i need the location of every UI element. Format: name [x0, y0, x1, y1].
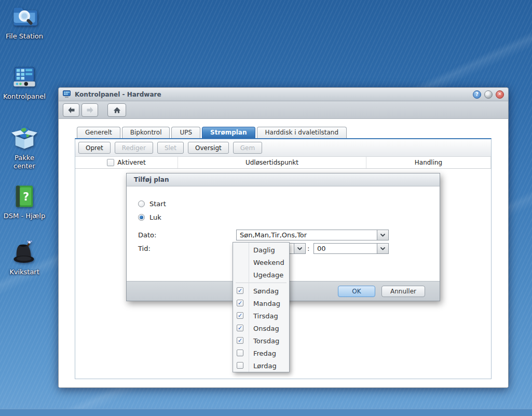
dropdown-option-label: Weekend [253, 259, 284, 266]
dropdown-option-label: Onsdag [253, 325, 279, 332]
radio-label-start: Start [149, 200, 166, 208]
oversigt-button[interactable]: Oversigt [188, 142, 229, 154]
svg-text:?: ? [23, 191, 29, 203]
date-label: Dato: [138, 230, 156, 240]
dropdown-option-label: Fredag [253, 350, 276, 357]
minimize-button[interactable] [484, 90, 493, 99]
window-title: Kontrolpanel - Hardware [75, 91, 473, 98]
taskbar-strip [0, 409, 532, 416]
slet-button[interactable]: Slet [157, 142, 184, 154]
column-header-label: Udløsertidspunkt [245, 159, 298, 166]
desktop-icon-column: File StationKontrolpanelPakke center?DSM… [0, 0, 52, 416]
help-button[interactable]: ? [473, 90, 481, 99]
desktop-icon-control-panel[interactable]: Kontrolpanel [0, 63, 49, 101]
minute-select-value: 00 [314, 245, 377, 252]
lordag-checkbox-unchecked[interactable] [237, 362, 243, 369]
radio-unselected-icon [138, 200, 145, 207]
home-icon [113, 106, 121, 114]
column-header-label: Handling [415, 159, 443, 166]
minute-select[interactable]: 00 [313, 243, 389, 254]
forward-button[interactable] [81, 103, 98, 117]
chevron-down-icon[interactable] [294, 244, 305, 253]
dropdown-option-ugedage[interactable]: Ugedage [233, 269, 289, 281]
plan-table-header: AktiveretUdløsertidspunktHandling [75, 157, 491, 169]
desktop-icon-file-station[interactable]: File Station [0, 3, 49, 41]
desktop: File StationKontrolpanelPakke center?DSM… [0, 0, 532, 416]
dropdown-option-lordag[interactable]: Lørdag [233, 359, 289, 372]
desktop-icon-label: File Station [0, 32, 49, 41]
time-label: Tid: [138, 243, 151, 254]
tab-bipkontrol[interactable]: Bipkontrol [122, 127, 170, 138]
back-button[interactable] [63, 103, 79, 117]
column-header-aktiveret[interactable]: Aktiveret [75, 157, 178, 168]
tirsdag-checkbox-checked[interactable]: ✓ [237, 312, 243, 319]
date-select[interactable]: Søn,Man,Tir,Ons,Tor [236, 230, 389, 240]
radio-option-luk[interactable]: Luk [138, 213, 161, 221]
dropdown-option-label: Mandag [253, 300, 280, 307]
dropdown-option-label: Lørdag [253, 362, 277, 370]
column-header-handling[interactable]: Handling [366, 157, 491, 168]
close-button[interactable]: ✕ [496, 90, 504, 99]
desktop-icon-package-center[interactable]: Pakke center [0, 125, 49, 170]
forward-arrow-icon [86, 106, 94, 114]
dropdown-option-weekend[interactable]: Weekend [233, 256, 289, 269]
package-center-icon [11, 125, 38, 152]
radio-option-start[interactable]: Start [138, 200, 166, 208]
dropdown-option-label: Daglig [253, 246, 275, 254]
desktop-icon-label: Kvikstart [0, 268, 49, 276]
mandag-checkbox-checked[interactable]: ✓ [237, 300, 243, 306]
tab-stromplan[interactable]: Strømplan [202, 127, 255, 138]
onsdag-checkbox-checked[interactable]: ✓ [237, 325, 243, 331]
sondag-checkbox-checked[interactable]: ✓ [237, 287, 243, 294]
chevron-down-icon[interactable] [377, 230, 388, 240]
radio-selected-icon [138, 214, 145, 221]
fredag-checkbox-unchecked[interactable] [237, 350, 243, 356]
desktop-icon-label: DSM - Hjælp [0, 212, 49, 220]
desktop-icon-dsm-help[interactable]: ?DSM - Hjælp [0, 183, 49, 220]
tab-harddisk-i-dvaletilstand[interactable]: Harddisk i dvaletilstand [257, 127, 347, 138]
dropdown-option-torsdag[interactable]: ✓Torsdag [233, 334, 289, 347]
dropdown-option-onsdag[interactable]: ✓Onsdag [233, 322, 289, 334]
ok-button[interactable]: OK [338, 286, 375, 297]
quick-start-icon [11, 239, 38, 266]
radio-label-luk: Luk [149, 213, 161, 221]
dropdown-option-daglig[interactable]: Daglig [233, 244, 289, 256]
column-header-udlosertidspunkt[interactable]: Udløsertidspunkt [178, 157, 366, 168]
time-separator: : [307, 243, 309, 254]
torsdag-checkbox-checked[interactable]: ✓ [237, 337, 243, 344]
dropdown-option-tirsdag[interactable]: ✓Tirsdag [233, 310, 289, 322]
dropdown-option-mandag[interactable]: ✓Mandag [233, 297, 289, 310]
tab-generelt[interactable]: Generelt [77, 127, 120, 138]
file-station-icon [11, 3, 38, 30]
dropdown-option-label: Torsdag [253, 337, 279, 345]
desktop-icon-label: Kontrolpanel [0, 92, 49, 101]
dsm-help-icon: ? [11, 183, 38, 210]
date-select-value: Søn,Man,Tir,Ons,Tor [237, 231, 377, 239]
home-button[interactable] [107, 103, 126, 117]
dropdown-option-label: Søndag [253, 287, 279, 295]
select-all-checkbox[interactable] [107, 159, 114, 166]
titlebar-buttons: ? ✕ [473, 90, 504, 99]
chevron-down-icon[interactable] [377, 244, 388, 253]
plan-toolbar: OpretRedigerSletOversigtGem [75, 139, 491, 157]
back-arrow-icon [67, 106, 75, 114]
rediger-button[interactable]: Rediger [115, 142, 153, 154]
dropdown-option-label: Tirsdag [253, 312, 278, 320]
dropdown-option-sondag[interactable]: ✓Søndag [233, 285, 289, 297]
window-navbar [59, 101, 508, 119]
column-header-label: Aktiveret [117, 159, 145, 166]
gem-button[interactable]: Gem [233, 142, 262, 154]
window-titlebar[interactable]: Kontrolpanel - Hardware ? ✕ [59, 88, 508, 101]
tab-ups[interactable]: UPS [171, 127, 200, 138]
desktop-icon-quick-start[interactable]: Kvikstart [0, 239, 49, 276]
tab-strip: GenereltBipkontrolUPSStrømplanHarddisk i… [77, 127, 348, 138]
control-panel-icon [63, 90, 72, 98]
opret-button[interactable]: Opret [78, 142, 111, 154]
dialog-title: Tilføj plan [134, 176, 169, 183]
dialog-titlebar: Tilføj plan [127, 173, 440, 186]
dropdown-option-fredag[interactable]: Fredag [233, 347, 289, 359]
desktop-icon-label: Pakke center [10, 154, 39, 170]
cancel-button[interactable]: Annuller [381, 286, 425, 297]
control-panel-icon [11, 63, 38, 90]
date-dropdown-list: DagligWeekendUgedage✓Søndag✓Mandag✓Tirsd… [233, 242, 290, 372]
